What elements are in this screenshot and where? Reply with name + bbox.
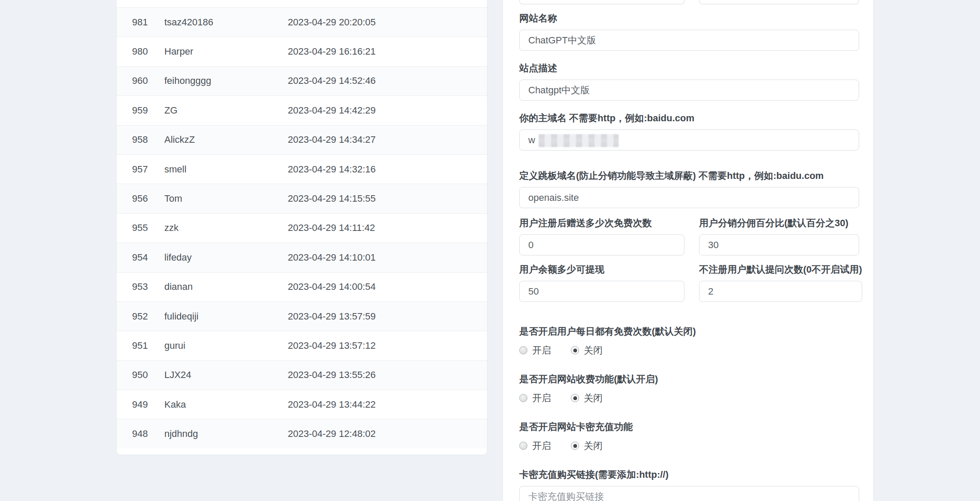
settings-form-card: 网站名称 站点描述 你的主域名 不需要http，例如:baidu.com w 定… — [502, 0, 874, 501]
table-row: 949 Kaka 2023-04-29 13:44:22 — [117, 390, 487, 419]
site-name-label: 网站名称 — [519, 13, 859, 24]
cell-created-at: 2023-04-29 13:57:59 — [288, 301, 487, 331]
jump-domain-input[interactable] — [519, 187, 859, 208]
table-row: 951 gurui 2023-04-29 13:57:12 — [117, 331, 487, 360]
withdraw-min-label: 用户余额多少可提现 — [519, 264, 684, 275]
cell-username: Tom — [164, 184, 288, 213]
cell-username: feihongggg — [164, 66, 288, 95]
radio-section-label: 是否开启网站卡密充值功能 — [519, 421, 859, 433]
field-withdraw-min: 用户余额多少可提现 — [519, 264, 684, 302]
cell-user-id: 953 — [117, 272, 164, 301]
trial-times-label: 不注册用户默认提问次数(0不开启试用) — [699, 264, 862, 275]
cell-created-at: 2023-04-29 14:52:46 — [288, 66, 487, 95]
cell-created-at: 2023-04-29 12:48:02 — [288, 419, 487, 449]
withdraw-min-input[interactable] — [519, 281, 684, 302]
cell-username: Harper — [164, 37, 288, 66]
radio-options: 开启 关闭 — [519, 344, 859, 356]
table-row: 980 Harper 2023-04-29 16:16:21 — [117, 37, 487, 66]
table-row: 948 njdhndg 2023-04-29 12:48:02 — [117, 419, 487, 449]
user-table-card: 981 tsaz420186 2023-04-29 20:20:05 980 H… — [116, 0, 487, 455]
radio-button-icon[interactable] — [571, 442, 579, 450]
cell-created-at: 2023-04-29 14:34:27 — [288, 125, 487, 154]
commission-pct-label: 用户分销分佣百分比(默认百分之30) — [699, 218, 859, 229]
cell-username: LJX24 — [164, 360, 288, 390]
cell-user-id: 980 — [117, 37, 164, 66]
radio-section: 是否开启网站收费功能(默认开启) 开启 关闭 — [519, 374, 859, 404]
radio-button-icon[interactable] — [519, 394, 527, 402]
clipped-input-row — [519, 0, 859, 4]
cell-username: lifeday — [164, 243, 288, 272]
cell-created-at: 2023-04-29 14:11:42 — [288, 213, 487, 243]
field-commission-pct: 用户分销分佣百分比(默认百分之30) — [699, 218, 859, 255]
field-trial-times: 不注册用户默认提问次数(0不开启试用) — [699, 264, 862, 302]
cell-user-id: 951 — [117, 331, 164, 360]
cell-user-id: 949 — [117, 390, 164, 419]
cell-created-at: 2023-04-29 14:42:29 — [288, 96, 487, 125]
free-times-input[interactable] — [519, 234, 684, 255]
table-row: 960 feihongggg 2023-04-29 14:52:46 — [117, 66, 487, 95]
table-row: 956 Tom 2023-04-29 14:15:55 — [117, 184, 487, 213]
cell-user-id: 956 — [117, 184, 164, 213]
main-domain-label: 你的主域名 不需要http，例如:baidu.com — [519, 113, 859, 124]
radio-option[interactable]: 开启 — [519, 440, 551, 452]
cell-created-at: 2023-04-29 14:10:01 — [288, 243, 487, 272]
partial-input-right[interactable] — [699, 0, 859, 4]
radio-button-icon[interactable] — [519, 442, 527, 450]
table-row: 958 AlickzZ 2023-04-29 14:34:27 — [117, 125, 487, 154]
cell-username: dianan — [164, 272, 288, 301]
cell-user-id: 958 — [117, 125, 164, 154]
cell-created-at: 2023-04-29 14:32:16 — [288, 154, 487, 184]
radio-option[interactable]: 开启 — [519, 392, 551, 405]
cell-username: fulideqiji — [164, 301, 288, 331]
user-table-body: 981 tsaz420186 2023-04-29 20:20:05 980 H… — [117, 8, 487, 449]
radio-button-icon[interactable] — [519, 346, 527, 354]
site-name-input[interactable] — [519, 30, 859, 51]
cell-user-id: 957 — [117, 154, 164, 184]
radio-option[interactable]: 关闭 — [571, 392, 603, 405]
radio-option-label: 关闭 — [584, 392, 603, 405]
table-row: 955 zzk 2023-04-29 14:11:42 — [117, 213, 487, 243]
radio-option-label: 开启 — [532, 392, 551, 405]
radio-option-label: 开启 — [532, 440, 551, 452]
radio-option[interactable]: 关闭 — [571, 344, 603, 357]
cell-created-at: 2023-04-29 13:55:26 — [288, 360, 487, 390]
radio-section: 是否开启网站卡密充值功能 开启 关闭 — [519, 421, 859, 452]
radio-section-label: 是否开启用户每日都有免费次数(默认关闭) — [519, 326, 859, 337]
radio-options: 开启 关闭 — [519, 392, 859, 404]
cell-username: Kaka — [164, 390, 288, 419]
radio-option-label: 开启 — [532, 344, 551, 357]
table-row: 953 dianan 2023-04-29 14:00:54 — [117, 272, 487, 301]
field-site-name: 网站名称 — [519, 13, 859, 51]
cell-created-at: 2023-04-29 16:16:21 — [288, 37, 487, 66]
free-times-label: 用户注册后赠送多少次免费次数 — [519, 218, 684, 229]
redaction-blur — [539, 134, 619, 147]
partial-input-left[interactable] — [519, 0, 684, 4]
field-free-times: 用户注册后赠送多少次免费次数 — [519, 218, 684, 255]
radio-button-icon[interactable] — [571, 346, 579, 354]
commission-pct-input[interactable] — [699, 234, 859, 255]
cell-created-at: 2023-04-29 13:57:12 — [288, 331, 487, 360]
field-jump-domain: 定义跳板域名(防止分销功能导致主域屏蔽) 不需要http，例如:baidu.co… — [519, 170, 859, 208]
radio-section-label: 是否开启网站收费功能(默认开启) — [519, 374, 859, 385]
table-row: 952 fulideqiji 2023-04-29 13:57:59 — [117, 301, 487, 331]
main-domain-value: w — [528, 135, 535, 146]
trial-times-input[interactable] — [699, 281, 862, 302]
card-link-input[interactable] — [519, 486, 859, 501]
main-domain-input[interactable]: w — [519, 129, 859, 151]
site-description-input[interactable] — [519, 80, 859, 101]
cell-user-id: 981 — [117, 8, 164, 37]
cell-username: ZG — [164, 96, 288, 125]
radio-option[interactable]: 开启 — [519, 344, 551, 357]
radio-button-icon[interactable] — [571, 394, 579, 402]
cell-username: gurui — [164, 331, 288, 360]
table-row: 954 lifeday 2023-04-29 14:10:01 — [117, 243, 487, 272]
cell-created-at: 2023-04-29 13:44:22 — [288, 390, 487, 419]
site-description-label: 站点描述 — [519, 63, 859, 74]
radio-option[interactable]: 关闭 — [571, 440, 603, 452]
cell-username: njdhndg — [164, 419, 288, 449]
card-link-label: 卡密充值购买链接(需要添加:http://) — [519, 469, 859, 480]
cell-username: smell — [164, 154, 288, 184]
cell-created-at: 2023-04-29 20:20:05 — [288, 8, 487, 37]
field-main-domain: 你的主域名 不需要http，例如:baidu.com w — [519, 113, 859, 151]
cell-user-id: 950 — [117, 360, 164, 390]
